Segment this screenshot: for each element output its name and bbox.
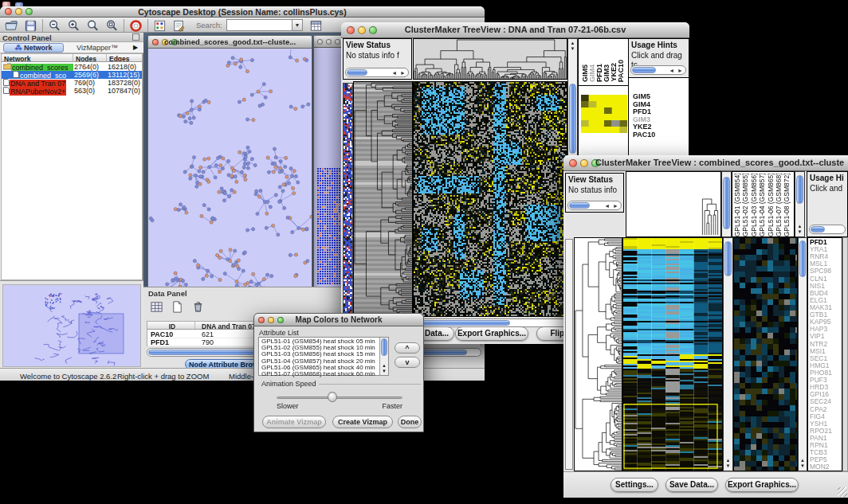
page-icon[interactable]: [171, 300, 185, 315]
treeview1-row-dendrogram[interactable]: [353, 81, 413, 317]
float-panel-icon[interactable]: [132, 33, 139, 41]
column-label[interactable]: PAC10: [618, 60, 625, 82]
attribute-list-item[interactable]: GPL51-07 (GSM868) heat shock 60 min: [260, 371, 378, 377]
help-lifering-icon[interactable]: [129, 19, 143, 33]
gene-label[interactable]: TCB3: [810, 449, 842, 456]
zoom-selected-icon[interactable]: [86, 19, 100, 33]
zoom-fit-icon[interactable]: [105, 19, 120, 33]
network-canvas[interactable]: [148, 49, 312, 287]
treeview2-heatmap-vscrollbar[interactable]: ▲▼: [723, 237, 733, 471]
treeview2-labels-vscrollbar[interactable]: ▲▼: [795, 171, 805, 237]
zoom-window-icon[interactable]: [335, 39, 340, 45]
attribute-list-vscrollbar[interactable]: ▲▼: [379, 338, 388, 375]
treeview1-column-dendrogram[interactable]: [413, 38, 567, 80]
table-icon[interactable]: [150, 300, 164, 315]
network-view-window[interactable]: combined_scores_good.txt--cluste...: [147, 35, 312, 287]
gene-label[interactable]: YRA1: [810, 246, 842, 253]
gene-label[interactable]: CLN1: [810, 275, 842, 283]
gene-label[interactable]: RNR4: [810, 253, 842, 260]
scroll-thumb[interactable]: [724, 241, 732, 276]
attribute-list-item[interactable]: GPL51-06 (GSM865) heat shock 40 min: [260, 365, 378, 371]
treeview2-titlebar[interactable]: ClusterMaker TreeView : combined_scores_…: [563, 155, 848, 171]
search-dropdown-icon[interactable]: ▼: [292, 19, 303, 31]
row-label[interactable]: PAC10: [633, 131, 655, 139]
treeview2-row-dendrogram[interactable]: [574, 237, 622, 471]
gene-label[interactable]: GPI16: [810, 391, 842, 398]
column-label[interactable]: GPL51-08 (GSM872): [783, 174, 791, 236]
main-titlebar[interactable]: Cytoscape Desktop (Session Name: collins…: [0, 6, 485, 18]
gene-label[interactable]: KAP95: [810, 318, 842, 326]
gene-label[interactable]: MSI1: [810, 348, 842, 355]
network-table-row[interactable]: combined_scores_2764(0)16218(0): [2, 63, 142, 71]
trash-icon[interactable]: [191, 300, 206, 315]
network-table-row[interactable]: RNAPuberNov2+563(0)107847(0): [2, 87, 142, 95]
gene-label[interactable]: HMG1: [810, 362, 842, 369]
gene-label[interactable]: SPC98: [810, 268, 842, 275]
tab-overflow-icon[interactable]: ▶: [133, 44, 138, 51]
dialog-titlebar[interactable]: Map Colors to Network: [254, 314, 423, 326]
done-button[interactable]: Done: [398, 416, 422, 428]
gene-label[interactable]: GTB1: [810, 311, 842, 318]
col-header-network[interactable]: Network: [2, 54, 73, 61]
gene-label[interactable]: FIG4: [810, 413, 842, 420]
treeview2-heatmap[interactable]: [622, 237, 723, 471]
column-label[interactable]: GPL51-02 (GSM855): [742, 174, 750, 236]
scroll-thumb[interactable]: [569, 84, 576, 154]
gene-label[interactable]: PHO81: [810, 369, 842, 377]
network-table-row[interactable]: DNA and Tran 07769(0)183728(0): [2, 79, 142, 87]
minimize-icon[interactable]: [326, 39, 332, 45]
treeview2-zoom-heatmap[interactable]: [733, 237, 798, 471]
gene-label[interactable]: PUF3: [810, 377, 842, 384]
open-folder-icon[interactable]: [5, 19, 19, 33]
gene-label[interactable]: NIS1: [810, 283, 842, 290]
gene-label[interactable]: BUD4: [810, 290, 842, 297]
gene-label[interactable]: MON2: [810, 463, 842, 471]
gene-label[interactable]: CPA2: [810, 406, 842, 413]
gene-label[interactable]: YSH1: [810, 420, 842, 428]
attribute-list-item[interactable]: GPL51-04 (GSM857) heat shock 20 min: [260, 358, 378, 365]
annotation-icon[interactable]: [172, 19, 186, 33]
treeview2-column-dendrogram[interactable]: [626, 171, 721, 237]
view-status-hscrollbar[interactable]: ◄ ►: [345, 68, 409, 77]
tab-vizmapper[interactable]: VizMapper™: [67, 43, 128, 53]
gene-label[interactable]: MAK31: [810, 304, 842, 311]
usage-hints-hscrollbar[interactable]: ◄ ►: [630, 65, 686, 75]
scroll-thumb[interactable]: [381, 338, 387, 356]
col-header-edges[interactable]: Edges: [107, 54, 140, 61]
scroll-thumb[interactable]: [723, 177, 730, 229]
scroll-thumb[interactable]: [796, 175, 803, 204]
gene-label[interactable]: RPO21: [810, 428, 842, 435]
gene-label[interactable]: HRD3: [810, 384, 842, 391]
export-graphics-button[interactable]: Export Graphics...: [725, 478, 799, 492]
network-table-row[interactable]: combined_sco2569(6)13112(15): [2, 71, 142, 79]
column-label[interactable]: GPL51-04 (GSM857): [759, 174, 767, 236]
view-status-hscrollbar[interactable]: ◄ ►: [567, 201, 622, 210]
animate-vizmap-button[interactable]: Animate Vizmap: [262, 416, 326, 428]
gene-label[interactable]: SEC24: [810, 398, 842, 405]
treeview2-right-track[interactable]: [842, 237, 848, 471]
col-header-nodes[interactable]: Nodes: [73, 54, 107, 61]
export-graphics-button[interactable]: Export Graphics...: [455, 326, 528, 341]
minimize-icon[interactable]: [580, 159, 588, 167]
column-label[interactable]: GPL51-06 (GSM865): [768, 174, 775, 236]
treeview1-titlebar[interactable]: ClusterMaker TreeView : DNA and Tran 07-…: [341, 22, 689, 38]
gene-label[interactable]: ELG1: [810, 297, 842, 304]
gene-label[interactable]: PEP5: [810, 456, 842, 463]
scroll-thumb[interactable]: [799, 240, 806, 277]
gene-label[interactable]: PAN1: [810, 435, 842, 442]
network-overview-canvas[interactable]: [2, 284, 141, 367]
treeview2-header-vscrollbar[interactable]: [721, 171, 732, 237]
gene-label[interactable]: MSL1: [810, 260, 842, 268]
close-icon[interactable]: [569, 159, 577, 167]
treeview2-zoom-vscrollbar[interactable]: ▲▼: [798, 237, 807, 471]
save-data-button[interactable]: Save Data...: [665, 478, 718, 492]
treeview1-global-strip[interactable]: [343, 83, 353, 317]
scroll-arrows-icon[interactable]: ▲▼: [799, 458, 807, 469]
save-icon[interactable]: [24, 19, 38, 33]
gene-label[interactable]: HAP3: [810, 326, 842, 333]
gene-label[interactable]: PFD1: [810, 239, 842, 246]
col-header-id[interactable]: ID: [147, 322, 195, 329]
treeview2-global-strip[interactable]: [565, 239, 573, 470]
animation-speed-slider[interactable]: [277, 397, 402, 399]
zoom-out-icon[interactable]: [48, 19, 62, 33]
